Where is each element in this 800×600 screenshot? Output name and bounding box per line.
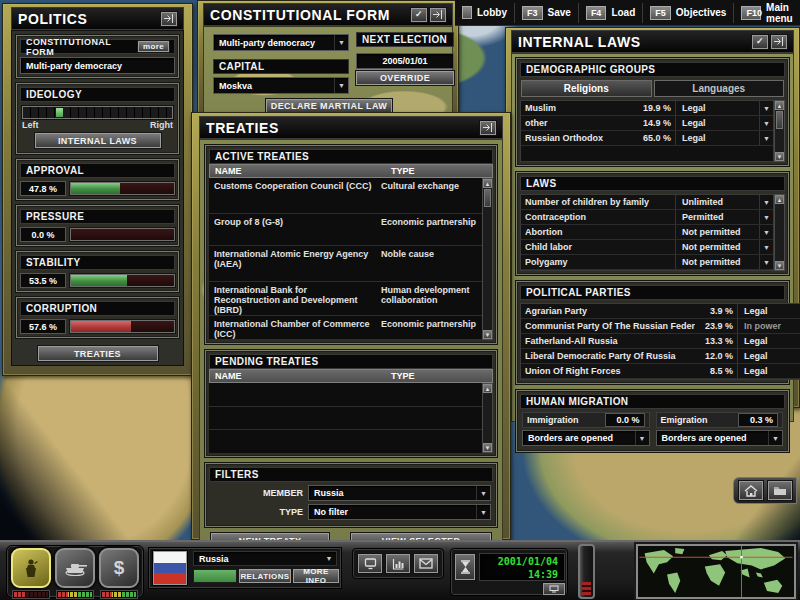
- folder-button[interactable]: [768, 481, 792, 500]
- law-row[interactable]: Number of children by family Unlimited ▼: [521, 195, 773, 210]
- approval-bar: [70, 182, 175, 195]
- scroll-thumb[interactable]: [776, 111, 783, 129]
- type-filter-dropdown[interactable]: No filter▼: [308, 504, 491, 520]
- status-dropdown-icon[interactable]: ▼: [759, 210, 773, 224]
- type-filter-label: TYPE: [211, 507, 303, 517]
- monitor-button[interactable]: [358, 554, 382, 573]
- laws-scrollbar[interactable]: ▲ ▼: [774, 194, 785, 271]
- active-treaties-label: ACTIVE TREATIES: [215, 151, 309, 162]
- toolbar-save[interactable]: F3 Save: [514, 3, 578, 23]
- treaty-row[interactable]: Customs Cooperation Council (CCC) Cultur…: [209, 178, 482, 214]
- treaty-row[interactable]: International Bank for Reconstruction an…: [209, 282, 482, 316]
- party-row[interactable]: Liberal Democratic Party Of Russia 12.0 …: [521, 349, 800, 364]
- status-dropdown-icon[interactable]: ▼: [759, 240, 773, 254]
- world-map: [638, 546, 794, 597]
- scroll-down-icon[interactable]: ▼: [483, 330, 492, 339]
- party-row[interactable]: Agrarian Party 3.9 % Legal ▼: [521, 304, 800, 319]
- scroll-down-icon[interactable]: ▼: [775, 152, 784, 161]
- statistics-button[interactable]: [386, 554, 410, 573]
- time-pause-button[interactable]: [455, 554, 475, 580]
- toolbar-load[interactable]: F4 Load: [578, 3, 642, 23]
- religions-scrollbar[interactable]: ▲ ▼: [774, 100, 785, 162]
- politics-mode-button[interactable]: [11, 548, 51, 588]
- stability-section: STABILITY 53.5 %: [16, 251, 179, 292]
- treaties-button[interactable]: TREATIES: [38, 346, 158, 361]
- detach-arrow-icon[interactable]: [430, 8, 446, 22]
- religion-row[interactable]: Muslim 19.9 % Legal ▼: [521, 101, 773, 116]
- scroll-down-icon[interactable]: ▼: [775, 261, 784, 270]
- tab-religions[interactable]: Religions: [521, 80, 652, 97]
- treaty-row[interactable]: International Atomic Energy Agency (IAEA…: [209, 246, 482, 282]
- scroll-down-icon[interactable]: ▼: [483, 443, 492, 452]
- scroll-up-icon[interactable]: ▲: [483, 384, 492, 393]
- member-filter-dropdown[interactable]: Russia▼: [308, 485, 491, 501]
- detach-arrow-icon[interactable]: [480, 121, 496, 135]
- status-dropdown-icon[interactable]: ▼: [759, 255, 773, 269]
- law-row[interactable]: Child labor Not permitted ▼: [521, 240, 773, 255]
- military-meter: [56, 590, 94, 599]
- scroll-up-icon[interactable]: ▲: [483, 179, 492, 188]
- scroll-up-icon[interactable]: ▲: [775, 195, 784, 204]
- filters-section: FILTERS MEMBER Russia▼ TYPE No filter▼: [205, 463, 497, 527]
- more-button[interactable]: more: [138, 41, 169, 52]
- ideology-slider-handle[interactable]: [56, 108, 63, 117]
- active-treaties-scrollbar[interactable]: ▲ ▼: [482, 178, 493, 340]
- scroll-up-icon[interactable]: ▲: [775, 101, 784, 110]
- internal-laws-panel: INTERNAL LAWS ✓ DEMOGRAPHIC GROUPS Relig…: [505, 27, 800, 408]
- party-row[interactable]: Fatherland-All Russia 13.3 % Legal ▼: [521, 334, 800, 349]
- law-row[interactable]: Contraception Permitted ▼: [521, 210, 773, 225]
- dollar-icon: $: [114, 557, 125, 579]
- demographic-groups-section: DEMOGRAPHIC GROUPS Religions Languages M…: [516, 58, 789, 166]
- declare-martial-law-button[interactable]: DECLARE MARTIAL LAW: [266, 99, 392, 113]
- home-button[interactable]: [739, 481, 763, 500]
- minimap[interactable]: [636, 544, 796, 599]
- pending-treaties-scrollbar[interactable]: ▲ ▼: [482, 383, 493, 453]
- law-row[interactable]: Polygamy Not permitted ▼: [521, 255, 773, 270]
- mail-button[interactable]: [414, 554, 438, 573]
- emigration-borders-dropdown[interactable]: Borders are opened▼: [656, 430, 784, 446]
- override-button[interactable]: OVERRIDE: [356, 71, 454, 85]
- government-type-dropdown[interactable]: Multi-party democracy▼: [213, 34, 349, 51]
- relations-button[interactable]: RELATIONS: [239, 569, 291, 583]
- zoom-slider[interactable]: [578, 544, 595, 599]
- detach-arrow-icon[interactable]: [161, 12, 177, 26]
- treaty-row[interactable]: International Chamber of Commerce (ICC) …: [209, 316, 482, 340]
- ideology-slider[interactable]: [22, 106, 173, 119]
- more-info-button[interactable]: MORE INFO: [293, 569, 339, 583]
- scroll-thumb[interactable]: [484, 189, 491, 207]
- status-dropdown-icon[interactable]: ▼: [759, 195, 773, 209]
- party-row[interactable]: Communist Party Of The Russian Feder 23.…: [521, 319, 800, 334]
- clock-toggle-button[interactable]: [543, 583, 565, 595]
- country-dropdown[interactable]: Russia▼: [193, 551, 337, 566]
- confirm-check-icon[interactable]: ✓: [411, 8, 427, 22]
- mail-icon: [419, 558, 433, 569]
- human-migration-section: HUMAN MIGRATION Immigration 0.0 % Border…: [516, 390, 789, 452]
- party-row[interactable]: Union Of Right Forces 8.5 % Legal ▼: [521, 364, 800, 379]
- toolbar-objectives[interactable]: F5 Objectives: [642, 3, 733, 23]
- status-dropdown-icon[interactable]: ▼: [759, 131, 773, 145]
- religion-row[interactable]: Russian Orthodox 65.0 % Legal ▼: [521, 131, 773, 146]
- next-election-date: 2005/01/01: [356, 53, 454, 69]
- confirm-check-icon[interactable]: ✓: [752, 35, 768, 49]
- constitutional-form-value: Multi-party democracy: [20, 57, 175, 74]
- toolbar-main-menu[interactable]: F10 Main menu: [733, 3, 800, 23]
- demographic-groups-label: DEMOGRAPHIC GROUPS: [526, 64, 655, 75]
- member-filter-label: MEMBER: [211, 488, 303, 498]
- tab-languages[interactable]: Languages: [654, 80, 785, 97]
- immigration-borders-dropdown[interactable]: Borders are opened▼: [522, 430, 650, 446]
- military-mode-button[interactable]: [55, 548, 95, 588]
- immigration-value: 0.0 %: [605, 413, 645, 427]
- toolbar-lobby[interactable]: Lobby: [455, 3, 514, 23]
- law-row[interactable]: Abortion Not permitted ▼: [521, 225, 773, 240]
- pressure-bar: [70, 228, 175, 241]
- detach-arrow-icon[interactable]: [771, 35, 787, 49]
- russia-flag: [153, 551, 187, 585]
- treaty-row[interactable]: Group of 8 (G-8) Economic partnership: [209, 214, 482, 246]
- internal-laws-button[interactable]: INTERNAL LAWS: [35, 133, 161, 148]
- economy-mode-button[interactable]: $: [99, 548, 139, 588]
- status-dropdown-icon[interactable]: ▼: [759, 101, 773, 115]
- capital-dropdown[interactable]: Moskva▼: [213, 77, 349, 94]
- status-dropdown-icon[interactable]: ▼: [759, 225, 773, 239]
- religion-row[interactable]: other 14.9 % Legal ▼: [521, 116, 773, 131]
- status-dropdown-icon[interactable]: ▼: [759, 116, 773, 130]
